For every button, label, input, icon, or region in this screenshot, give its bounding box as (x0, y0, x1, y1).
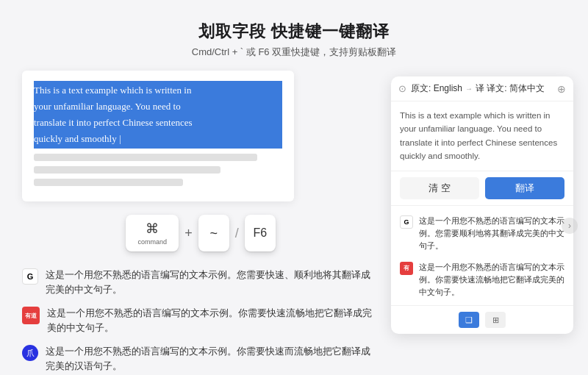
result-text-google: 这是一个用您不熟悉的语言编写的文本示例。您需要快速、顺利地将其翻译成完美的中文句… (46, 268, 379, 297)
main-area: This is a text example which is written … (0, 63, 588, 375)
panel-buttons: 清 空 翻译 (391, 171, 573, 206)
right-panel: ⊙ 原文: English → 译 译文: 简体中文 ⊕ This is a t… (391, 76, 573, 334)
panel-source-text: This is a text example which is written … (391, 101, 573, 171)
result-text-baidu: 这是一个用您不熟悉的语言编写的文本示例。你需要快速而流畅地把它翻译成完美的汉语句… (46, 344, 379, 374)
lang-arrow: → (465, 85, 473, 93)
selected-text: This is a text example which is written … (34, 81, 282, 149)
panel-google-icon: G (400, 215, 413, 229)
text-editor: This is a text example which is written … (22, 71, 294, 201)
slash-sign: / (235, 226, 239, 241)
panel-view-card-btn[interactable]: ❑ (459, 312, 479, 328)
google-icon: G (22, 268, 38, 285)
fanyi-icon: 有道 (22, 307, 40, 324)
text-line-3 (34, 179, 183, 186)
left-section: This is a text example which is written … (22, 71, 379, 374)
baidu-icon: 爪 (22, 345, 38, 361)
page-subtitle: Cmd/Ctrl + ` 或 F6 双重快捷键，支持剪贴板翻译 (192, 46, 396, 59)
panel-header: ⊙ 原文: English → 译 译文: 简体中文 ⊕ (391, 76, 573, 101)
translation-results: G 这是一个用您不熟悉的语言编写的文本示例。您需要快速、顺利地将其翻译成完美的中… (22, 268, 379, 374)
panel-footer: ❑ ⊞ (391, 305, 573, 334)
f6-key: F6 (245, 215, 276, 251)
tilde-key: ~ (198, 215, 229, 251)
target-lang: 译 译文: 简体中文 (476, 82, 545, 95)
panel-result-google: G 这是一个用您不熟悉的语言编写的文本示例。您需要顺利地将其翻译成完美的中文句子… (391, 210, 573, 257)
panel-results: G 这是一个用您不熟悉的语言编写的文本示例。您需要顺利地将其翻译成完美的中文句子… (391, 206, 573, 305)
clear-button[interactable]: 清 空 (400, 177, 479, 199)
source-lang: 原文: English (411, 82, 462, 95)
panel-fanyi-icon: 有 (400, 262, 413, 275)
result-item-baidu: 爪 这是一个用您不熟悉的语言编写的文本示例。你需要快速而流畅地把它翻译成完美的汉… (22, 344, 379, 374)
command-key: ⌘ command (126, 215, 179, 251)
page-header: 划取字段 快捷键一键翻译 Cmd/Ctrl + ` 或 F6 双重快捷键，支持剪… (192, 0, 396, 59)
pin-icon[interactable]: ⊕ (557, 83, 566, 95)
result-item-google: G 这是一个用您不熟悉的语言编写的文本示例。您需要快速、顺利地将其翻译成完美的中… (22, 268, 379, 297)
page-title: 划取字段 快捷键一键翻译 (192, 21, 396, 43)
plus-sign: + (184, 226, 193, 241)
text-line-1 (34, 154, 257, 161)
panel-view-list-btn[interactable]: ⊞ (485, 312, 506, 328)
cmd-label: command (137, 238, 167, 246)
cmd-icon: ⌘ (146, 221, 159, 237)
lang-selector[interactable]: 原文: English → 译 译文: 简体中文 (411, 82, 545, 95)
keyboard-area: ⌘ command + ~ / F6 (22, 215, 379, 251)
next-arrow[interactable]: › (562, 218, 578, 234)
text-line-2 (34, 166, 220, 174)
clock-icon: ⊙ (398, 83, 406, 94)
result-item-fanyi: 有道 这是一个用您不熟悉的语言编写的文本示例。你需要快速流畅地把它翻译成完美的中… (22, 306, 379, 335)
translate-button[interactable]: 翻译 (485, 177, 564, 199)
panel-result-text-google: 这是一个用您不熟悉的语言编写的文本示例。您需要顺利地将其翻译成完美的中文句子。 (419, 215, 564, 252)
result-text-fanyi: 这是一个用您不熟悉的语言编写的文本示例。你需要快速流畅地把它翻译成完美的中文句子… (47, 306, 379, 335)
panel-result-text-fanyi: 这是一个用您不熟悉的语言编写的文本示例。你需要快速流畅地把它翻译成完美的中文句子… (419, 261, 564, 299)
panel-result-fanyi: 有 这是一个用您不熟悉的语言编写的文本示例。你需要快速流畅地把它翻译成完美的中文… (391, 257, 573, 303)
